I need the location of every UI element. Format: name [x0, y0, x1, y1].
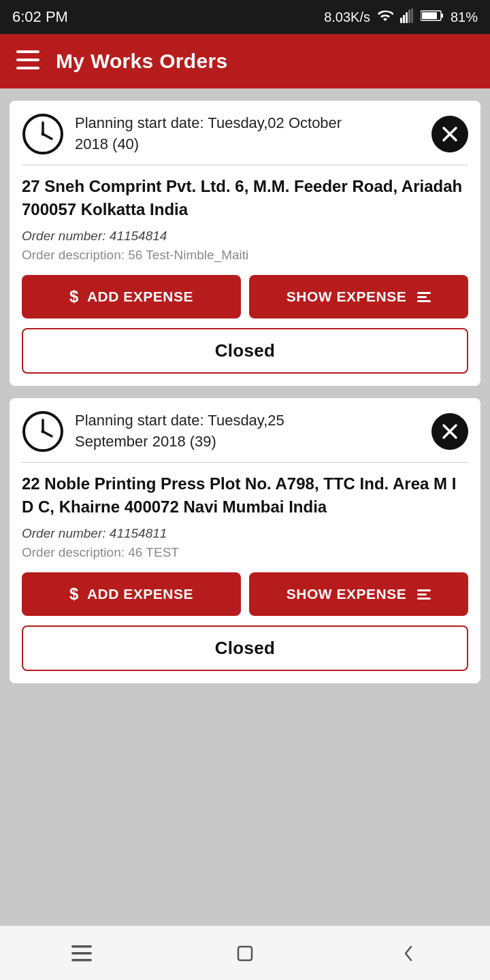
- order-number-1: Order number: 41154814: [22, 229, 468, 244]
- svg-rect-10: [16, 67, 39, 69]
- svg-rect-3: [408, 10, 410, 23]
- signal-icon: [400, 8, 414, 27]
- show-expense-button-2[interactable]: SHOW EXPENSE: [249, 572, 468, 616]
- closed-button-1[interactable]: Closed: [22, 328, 468, 374]
- card-header-2: Planning start date: Tuesday,25 Septembe…: [22, 410, 468, 453]
- add-expense-label-2: ADD EXPENSE: [87, 586, 193, 602]
- status-bar: 6:02 PM 8.03K/s 81%: [0, 0, 490, 34]
- divider-1: [22, 165, 468, 165]
- status-right: 8.03K/s 81%: [324, 7, 478, 27]
- close-button-1[interactable]: [431, 116, 468, 152]
- svg-rect-0: [400, 18, 402, 23]
- page-title: My Works Orders: [56, 50, 227, 73]
- btn-row-2: $ ADD EXPENSE SHOW EXPENSE: [22, 572, 468, 616]
- show-expense-label-1: SHOW EXPENSE: [287, 289, 406, 305]
- order-card-2: Planning start date: Tuesday,25 Septembe…: [10, 398, 480, 683]
- battery-percent: 81%: [451, 10, 478, 25]
- dollar-icon-1: $: [69, 287, 79, 306]
- planning-date-1: Planning start date: Tuesday,02 October …: [75, 113, 361, 155]
- close-button-2[interactable]: [431, 413, 468, 450]
- main-content: Planning start date: Tuesday,02 October …: [0, 88, 490, 926]
- nav-back-icon[interactable]: [388, 940, 429, 967]
- svg-point-20: [42, 430, 45, 434]
- planning-date-2: Planning start date: Tuesday,25 Septembe…: [75, 410, 361, 453]
- svg-rect-24: [71, 952, 92, 955]
- add-expense-label-1: ADD EXPENSE: [87, 289, 193, 305]
- company-name-2: 22 Noble Printing Press Plot No. A798, T…: [22, 472, 468, 518]
- closed-button-2[interactable]: Closed: [22, 625, 468, 671]
- order-number-2: Order number: 41154811: [22, 526, 468, 541]
- order-card-1: Planning start date: Tuesday,02 October …: [10, 101, 480, 386]
- closed-label-1: Closed: [215, 340, 275, 361]
- svg-rect-23: [71, 945, 92, 948]
- nav-menu-icon[interactable]: [61, 940, 102, 967]
- closed-label-2: Closed: [215, 638, 275, 658]
- clock-icon-2: [22, 410, 64, 453]
- dollar-icon-2: $: [69, 585, 79, 604]
- svg-rect-26: [238, 947, 252, 960]
- network-speed: 8.03K/s: [324, 10, 370, 25]
- svg-rect-7: [422, 12, 437, 19]
- svg-rect-2: [406, 12, 408, 23]
- show-expense-button-1[interactable]: SHOW EXPENSE: [249, 275, 468, 318]
- btn-row-1: $ ADD EXPENSE SHOW EXPENSE: [22, 275, 468, 318]
- svg-rect-6: [441, 14, 443, 18]
- svg-rect-1: [403, 15, 405, 23]
- show-expense-label-2: SHOW EXPENSE: [287, 586, 406, 602]
- svg-point-14: [42, 133, 45, 136]
- hamburger-menu-icon[interactable]: [16, 50, 39, 73]
- divider-2: [22, 462, 468, 463]
- app-header: My Works Orders: [0, 34, 490, 88]
- order-description-2: Order description: 46 TEST: [22, 545, 468, 560]
- battery-icon: [421, 9, 444, 26]
- svg-rect-9: [16, 59, 39, 61]
- company-name-1: 27 Sneh Comprint Pvt. Ltd. 6, M.M. Feede…: [22, 175, 468, 220]
- wifi-icon: [377, 7, 393, 27]
- list-icon-1: [417, 292, 431, 302]
- card-header-left-1: Planning start date: Tuesday,02 October …: [22, 113, 361, 155]
- nav-home-icon[interactable]: [225, 940, 265, 967]
- svg-rect-8: [16, 50, 39, 53]
- card-header-left-2: Planning start date: Tuesday,25 Septembe…: [22, 410, 361, 453]
- add-expense-button-2[interactable]: $ ADD EXPENSE: [22, 572, 241, 616]
- order-description-1: Order description: 56 Test-Nimble_Maiti: [22, 248, 468, 263]
- svg-rect-25: [71, 959, 92, 962]
- svg-rect-4: [411, 8, 413, 23]
- list-icon-2: [417, 589, 431, 600]
- status-time: 6:02 PM: [12, 8, 68, 26]
- clock-icon-1: [22, 113, 64, 155]
- card-header-1: Planning start date: Tuesday,02 October …: [22, 113, 468, 155]
- bottom-nav: [0, 926, 490, 980]
- add-expense-button-1[interactable]: $ ADD EXPENSE: [22, 275, 241, 318]
